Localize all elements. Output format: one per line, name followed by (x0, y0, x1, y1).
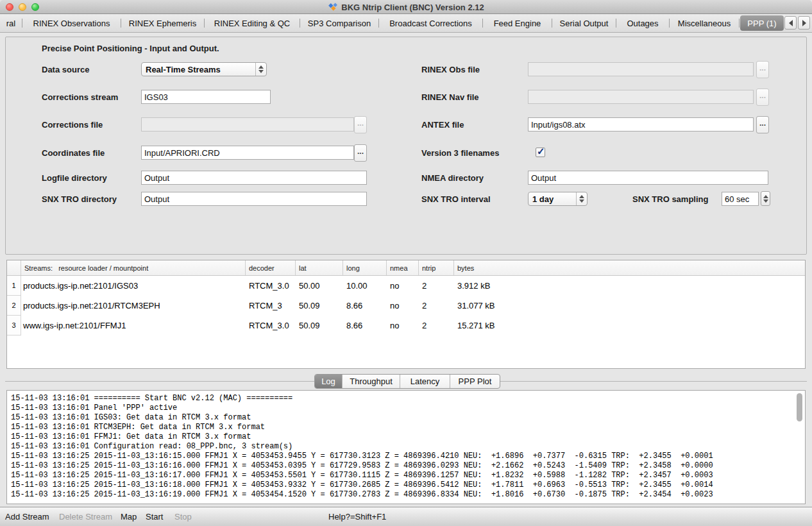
map-button[interactable]: Map (121, 507, 137, 526)
header-long[interactable]: long (343, 260, 387, 275)
snx-tro-sampling-stepper[interactable] (761, 191, 770, 206)
antex-file-input[interactable] (528, 117, 754, 132)
updown-arrows-icon (576, 192, 587, 205)
rinex-nav-file-label: RINEX Nav file (421, 92, 479, 103)
table-row[interactable]: 2 products.igs-ip.net:2101/RTCM3EPH RTCM… (7, 296, 805, 316)
header-nmea[interactable]: nmea (387, 260, 419, 275)
corrections-file-browse-button[interactable]: ... (354, 116, 367, 133)
tab-rinex-observations[interactable]: RINEX Observations (22, 14, 121, 32)
logfile-directory-input[interactable] (141, 171, 367, 185)
log-line: 15-11-03 13:16:25 2015-11-03_13:16:16.00… (11, 461, 713, 471)
help-hint: Help?=Shift+F1 (328, 507, 386, 526)
tab-sp3-comparison[interactable]: SP3 Comparison (300, 14, 378, 32)
coordinates-file-browse-button[interactable]: ... (354, 144, 367, 162)
header-lat[interactable]: lat (296, 260, 343, 275)
snx-tro-directory-input[interactable] (141, 192, 367, 206)
tab-outages[interactable]: Outages (616, 14, 669, 32)
tab-rinex-ephemeris[interactable]: RINEX Ephemeris (121, 14, 204, 32)
cell-decoder: RTCM_3 (246, 296, 296, 316)
log-line: 15-11-03 13:16:01 Panel 'PPP' active (11, 403, 713, 413)
header-decoder[interactable]: decoder (246, 260, 296, 275)
table-row[interactable]: 3 www.igs-ip.net:2101/FFMJ1 RTCM_3.0 50.… (7, 316, 805, 335)
log-scrollbar-thumb[interactable] (797, 393, 802, 421)
nmea-directory-input[interactable] (528, 171, 768, 185)
cell-mountpoint: products.igs-ip.net:2101/RTCM3EPH (21, 296, 246, 316)
corrections-stream-input[interactable] (141, 90, 271, 104)
coordinates-file-input[interactable] (141, 146, 354, 160)
zoom-button[interactable] (31, 3, 39, 11)
snx-tro-interval-value: 1 day (529, 194, 576, 204)
header-mountpoint[interactable]: Streams: resource loader / mountpoint (21, 260, 246, 275)
tab-rinex-editing-qc[interactable]: RINEX Editing & QC (205, 14, 300, 32)
window-title: BKG Ntrip Client (BNC) Version 2.12 (341, 3, 484, 12)
tab-throughput[interactable]: Throughput (343, 375, 400, 388)
data-source-value: Real-Time Streams (142, 65, 255, 74)
cell-bytes: 15.271 kB (454, 316, 805, 335)
data-source-label: Data source (42, 65, 89, 75)
antex-file-browse-button[interactable]: ... (756, 116, 769, 133)
tab-latency[interactable]: Latency (400, 375, 450, 388)
row-number: 3 (7, 316, 21, 335)
log-line: 15-11-03 13:16:25 2015-11-03_13:16:18.00… (11, 480, 713, 490)
log-output[interactable]: 15-11-03 13:16:01 ========== Start BNC v… (6, 390, 806, 504)
log-line: 15-11-03 13:16:01 IGS03: Get data in RTC… (11, 413, 713, 423)
cell-decoder: RTCM_3.0 (246, 316, 296, 335)
table-row[interactable]: 1 products.igs-ip.net:2101/IGS03 RTCM_3.… (7, 276, 805, 296)
version3-filenames-checkbox[interactable] (536, 148, 545, 157)
logfile-directory-label: Logfile directory (42, 173, 107, 183)
close-button[interactable] (6, 3, 13, 11)
cell-lat: 50.09 (296, 296, 343, 316)
minimize-button[interactable] (19, 3, 26, 11)
tab-scroll-right-button[interactable] (798, 16, 810, 30)
snx-tro-interval-dropdown[interactable]: 1 day (528, 192, 588, 206)
tab-serial-output[interactable]: Serial Output (552, 14, 616, 32)
cell-nmea: no (387, 296, 419, 316)
cell-long: 10.00 (343, 276, 387, 296)
cell-mountpoint: www.igs-ip.net:2101/FFMJ1 (21, 316, 246, 335)
cell-bytes: 3.912 kB (454, 276, 805, 296)
log-line: 15-11-03 13:16:25 2015-11-03_13:16:17.00… (11, 471, 713, 480)
rinex-obs-file-browse-button[interactable]: ... (756, 61, 769, 78)
rinex-obs-file-label: RINEX Obs file (421, 65, 480, 75)
rinex-nav-file-input[interactable] (528, 90, 754, 104)
snx-tro-sampling-input[interactable] (722, 192, 759, 206)
tab-log[interactable]: Log (315, 375, 343, 388)
log-line: 15-11-03 13:16:01 RTCM3EPH: Get data in … (11, 423, 713, 432)
delete-stream-button[interactable]: Delete Stream (59, 507, 112, 526)
tab-general-clipped[interactable]: ral (0, 14, 22, 32)
left-arrow-icon (789, 20, 793, 26)
rinex-obs-file-input[interactable] (528, 62, 754, 76)
ppp-panel: Precise Point Positioning - Input and Ou… (5, 37, 807, 255)
tab-separator (739, 19, 740, 28)
data-source-dropdown[interactable]: Real-Time Streams (141, 62, 267, 76)
cell-mountpoint: products.igs-ip.net:2101/IGS03 (21, 276, 246, 296)
step-up-icon (763, 195, 768, 198)
bottom-toolbar: Add Stream Delete Stream Map Start Stop … (0, 507, 812, 526)
log-line: 15-11-03 13:16:25 2015-11-03_13:16:15.00… (11, 452, 713, 461)
add-stream-button[interactable]: Add Stream (5, 507, 49, 526)
version3-filenames-label: Version 3 filenames (421, 148, 499, 158)
traffic-lights (6, 3, 39, 11)
log-line: 15-11-03 13:16:01 FFMJ1: Get data in RTC… (11, 432, 713, 442)
header-ntrip[interactable]: ntrip (419, 260, 454, 275)
corrections-file-input[interactable] (141, 117, 354, 132)
row-number: 2 (7, 296, 21, 316)
tab-feed-engine[interactable]: Feed Engine (483, 14, 552, 32)
tab-scroll-left-button[interactable] (784, 16, 797, 30)
tab-miscellaneous[interactable]: Miscellaneous (670, 14, 739, 32)
snx-tro-interval-label: SNX TRO interval (421, 194, 491, 205)
header-bytes[interactable]: bytes (454, 260, 805, 275)
cell-nmea: no (387, 276, 419, 296)
rinex-nav-file-browse-button[interactable]: ... (756, 89, 769, 106)
right-arrow-icon (802, 20, 806, 26)
cell-long: 8.66 (343, 316, 387, 335)
cell-ntrip: 2 (419, 276, 454, 296)
tab-ppp-plot[interactable]: PPP Plot (450, 375, 500, 388)
tab-ppp[interactable]: PPP (1) (740, 15, 784, 31)
cell-bytes: 31.077 kB (454, 296, 805, 316)
log-tab-bar: Log Throughput Latency PPP Plot (314, 374, 500, 389)
stop-button[interactable]: Stop (174, 507, 192, 526)
coordinates-file-label: Coordinates file (42, 148, 105, 158)
start-button[interactable]: Start (146, 507, 163, 526)
tab-broadcast-corrections[interactable]: Broadcast Corrections (379, 14, 482, 32)
